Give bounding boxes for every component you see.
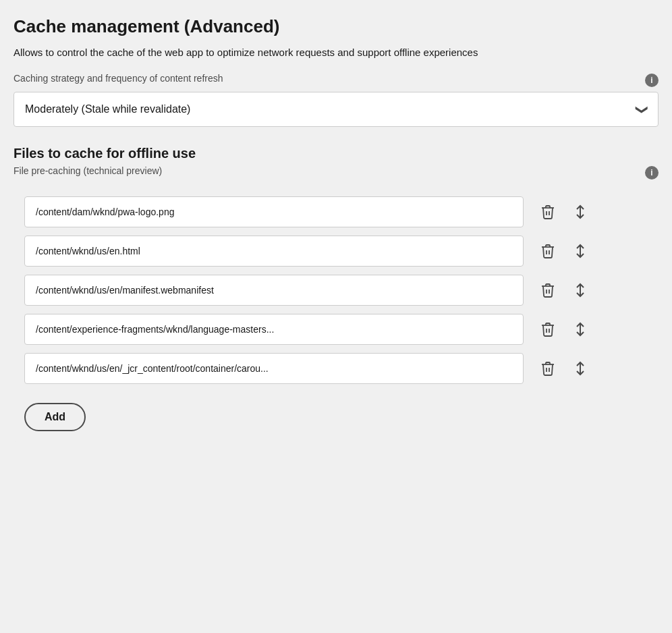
page-title: Cache management (Advanced) <box>13 16 659 37</box>
file-item <box>24 353 648 384</box>
file-actions-3 <box>537 279 591 301</box>
caching-info-icon[interactable]: i <box>645 74 659 87</box>
caching-strategy-dropdown-wrapper: Moderately (Stale while revalidate) ❯ <box>13 92 659 127</box>
file-input-4[interactable] <box>24 314 524 345</box>
reorder-button-5[interactable] <box>569 358 591 379</box>
reorder-button-3[interactable] <box>569 279 591 301</box>
add-button[interactable]: Add <box>24 403 86 431</box>
file-item <box>24 236 648 267</box>
delete-button-5[interactable] <box>537 358 559 379</box>
sort-icon <box>572 243 588 259</box>
file-actions-5 <box>537 358 591 379</box>
trash-icon <box>540 321 556 337</box>
sort-icon <box>572 360 588 377</box>
files-list-container: Add <box>13 186 659 442</box>
file-actions-4 <box>537 319 591 340</box>
trash-icon <box>540 204 556 220</box>
page-description: Allows to control the cache of the web a… <box>13 45 659 61</box>
reorder-button-1[interactable] <box>569 201 591 223</box>
delete-button-3[interactable] <box>537 279 559 301</box>
file-item <box>24 314 648 345</box>
sort-icon <box>572 282 588 298</box>
trash-icon <box>540 360 556 377</box>
caching-strategy-label: Caching strategy and frequency of conten… <box>13 73 223 84</box>
file-item <box>24 275 648 306</box>
file-actions-1 <box>537 201 591 223</box>
trash-icon <box>540 243 556 259</box>
reorder-button-4[interactable] <box>569 319 591 340</box>
delete-button-1[interactable] <box>537 201 559 223</box>
sort-icon <box>572 204 588 220</box>
trash-icon <box>540 282 556 298</box>
files-section-title: Files to cache for offline use <box>13 146 659 161</box>
chevron-down-icon: ❯ <box>635 104 650 114</box>
file-actions-2 <box>537 240 591 262</box>
file-input-3[interactable] <box>24 275 524 306</box>
file-input-2[interactable] <box>24 236 524 267</box>
dropdown-selected-value: Moderately (Stale while revalidate) <box>25 103 190 115</box>
reorder-button-2[interactable] <box>569 240 591 262</box>
file-input-5[interactable] <box>24 353 524 384</box>
file-precaching-label: File pre-caching (technical preview) <box>13 165 162 176</box>
file-input-1[interactable] <box>24 196 524 227</box>
sort-icon <box>572 321 588 337</box>
delete-button-4[interactable] <box>537 319 559 340</box>
delete-button-2[interactable] <box>537 240 559 262</box>
file-precaching-info-icon[interactable]: i <box>645 166 659 180</box>
caching-strategy-dropdown[interactable]: Moderately (Stale while revalidate) ❯ <box>13 92 659 127</box>
file-item <box>24 196 648 227</box>
